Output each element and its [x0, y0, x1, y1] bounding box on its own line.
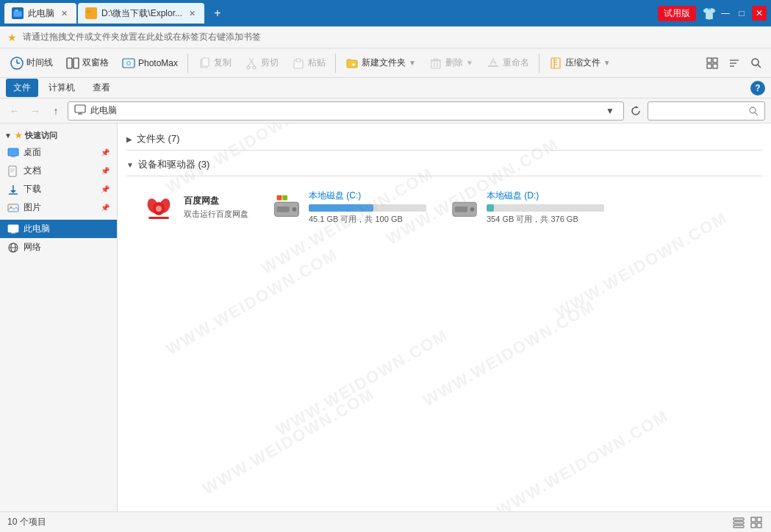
svg-rect-36	[713, 64, 717, 68]
cut-button[interactable]: 剪切	[239, 54, 284, 73]
svg-point-46	[750, 107, 756, 113]
sidebar-item-desktop[interactable]: 桌面 📌	[0, 143, 117, 162]
quick-access-label: 快速访问	[25, 130, 57, 141]
svg-rect-3	[87, 11, 90, 12]
drive-d-item[interactable]: 本地磁盘 (D:) 354 GB 可用，共 376 GB	[442, 184, 612, 231]
svg-rect-85	[734, 522, 744, 524]
paste-button[interactable]: 粘贴	[286, 54, 331, 73]
photomax-button[interactable]: PhotoMax	[116, 54, 184, 73]
forward-button[interactable]: →	[26, 102, 44, 120]
copy-button[interactable]: 复制	[192, 54, 237, 73]
new-tab-button[interactable]: +	[209, 4, 226, 22]
tab-2[interactable]: D:\微当下载\Explor... ✕	[78, 3, 204, 24]
devices-section-header[interactable]: ▼ 设备和驱动器 (3)	[126, 158, 762, 171]
rename-icon	[487, 57, 500, 70]
delete-dropdown[interactable]: ▼	[466, 59, 473, 67]
theme-icon[interactable]: 👕	[703, 7, 715, 19]
tab2-label: D:\微当下载\Explor...	[101, 7, 182, 20]
sidebar-item-downloads[interactable]: 下载 📌	[0, 180, 117, 198]
svg-rect-48	[8, 148, 18, 156]
drive-d-meta: 354 GB 可用，共 376 GB	[487, 214, 604, 225]
drive-d-name: 本地磁盘 (D:)	[487, 190, 604, 202]
folders-arrow: ▶	[126, 135, 132, 143]
back-button[interactable]: ←	[6, 102, 24, 120]
svg-rect-7	[67, 58, 72, 68]
menu-bar: 文件 计算机 查看 ?	[0, 78, 771, 98]
address-path[interactable]: 此电脑 ▼	[68, 101, 624, 121]
cut-label: 剪切	[261, 57, 279, 69]
maximize-button[interactable]: □	[736, 7, 747, 19]
sidebar-item-docs[interactable]: 文档 📌	[0, 162, 117, 180]
tab1-close[interactable]: ✕	[59, 8, 69, 18]
compress-dropdown[interactable]: ▼	[603, 59, 611, 67]
downloads-label: 下载	[24, 183, 96, 195]
tab-1[interactable]: 此电脑 ✕	[4, 3, 76, 24]
svg-line-14	[249, 58, 255, 67]
grid-view-button[interactable]	[749, 515, 764, 530]
quick-access-heading[interactable]: ▼ ★ 快速访问	[0, 128, 117, 143]
tab2-close[interactable]: ✕	[187, 8, 197, 18]
delete-label: 删除	[445, 57, 463, 69]
search-box[interactable]	[648, 101, 765, 121]
folders-section-title: 文件夹 (7)	[137, 132, 180, 145]
svg-point-17	[253, 66, 256, 69]
address-dropdown[interactable]: ▼	[603, 104, 617, 118]
trial-badge: 试用版	[658, 6, 696, 21]
menu-view[interactable]: 查看	[85, 79, 118, 97]
svg-rect-28	[551, 58, 560, 68]
address-bar: ← → ↑ 此电脑 ▼	[0, 98, 771, 123]
sort-button[interactable]	[724, 54, 745, 72]
new-folder-dropdown[interactable]: ▼	[409, 59, 416, 67]
timeline-button[interactable]: 时间线	[4, 54, 59, 73]
rename-button[interactable]: 重命名	[481, 54, 535, 73]
delete-button[interactable]: 删除 ▼	[423, 54, 479, 73]
drive-c-info: 本地磁盘 (C:) 45.1 GB 可用，共 100 GB	[309, 190, 426, 225]
items-count: 10 个项目	[7, 516, 46, 528]
downloads-pin: 📌	[101, 185, 110, 193]
svg-rect-35	[707, 64, 711, 68]
close-button[interactable]: ✕	[752, 6, 767, 21]
menu-file[interactable]: 文件	[6, 79, 38, 97]
svg-rect-78	[282, 195, 287, 201]
compress-icon	[549, 57, 562, 70]
dual-pane-button[interactable]: 双窗格	[60, 54, 115, 73]
network-icon	[7, 242, 19, 254]
timeline-label: 时间线	[26, 57, 53, 69]
minimize-button[interactable]: —	[720, 7, 731, 19]
rename-label: 重命名	[503, 57, 529, 69]
search-button[interactable]	[746, 54, 767, 72]
svg-rect-89	[751, 523, 756, 528]
network-label: 网络	[24, 241, 110, 254]
title-bar: 此电脑 ✕ D:\微当下载\Explor... ✕ + 试用版 👕 — □ ✕	[0, 0, 771, 26]
menu-computer[interactable]: 计算机	[41, 79, 82, 97]
desktop-pin: 📌	[101, 148, 110, 157]
drive-d-info: 本地磁盘 (D:) 354 GB 可用，共 376 GB	[487, 190, 604, 225]
layout-button[interactable]	[702, 54, 722, 72]
baidu-cloud-item[interactable]: 百度网盘 双击运行百度网盘	[134, 184, 256, 231]
address-text: 此电脑	[90, 104, 598, 117]
refresh-button[interactable]	[627, 102, 645, 120]
up-button[interactable]: ↑	[47, 102, 65, 120]
delete-icon	[429, 57, 442, 70]
compress-button[interactable]: 压缩文件 ▼	[543, 54, 617, 73]
help-button[interactable]: ?	[750, 81, 765, 96]
this-pc-label: 此电脑	[24, 223, 110, 235]
drive-d-bar-fill	[487, 204, 494, 212]
drive-c-icon	[272, 193, 301, 222]
paste-icon	[292, 57, 305, 70]
photomax-icon	[122, 57, 135, 70]
svg-rect-83	[455, 206, 467, 212]
search-input[interactable]	[653, 106, 748, 116]
sidebar-item-this-pc[interactable]: 此电脑	[0, 220, 117, 238]
drive-c-item[interactable]: 本地磁盘 (C:) 45.1 GB 可用，共 100 GB	[265, 184, 434, 231]
new-folder-button[interactable]: 新建文件夹 ▼	[340, 54, 422, 73]
sidebar-item-pictures[interactable]: 图片 📌	[0, 198, 117, 217]
pictures-icon	[7, 202, 19, 214]
folders-section-header[interactable]: ▶ 文件夹 (7)	[126, 132, 762, 145]
timeline-icon	[10, 57, 24, 70]
svg-rect-26	[488, 65, 498, 67]
bookmark-hint: 请通过拖拽文件或文件夹放置在此处或在标签页右键添加书签	[23, 31, 261, 43]
list-view-button[interactable]	[731, 515, 746, 530]
copy-icon	[198, 57, 211, 70]
sidebar-item-network[interactable]: 网络	[0, 238, 117, 256]
